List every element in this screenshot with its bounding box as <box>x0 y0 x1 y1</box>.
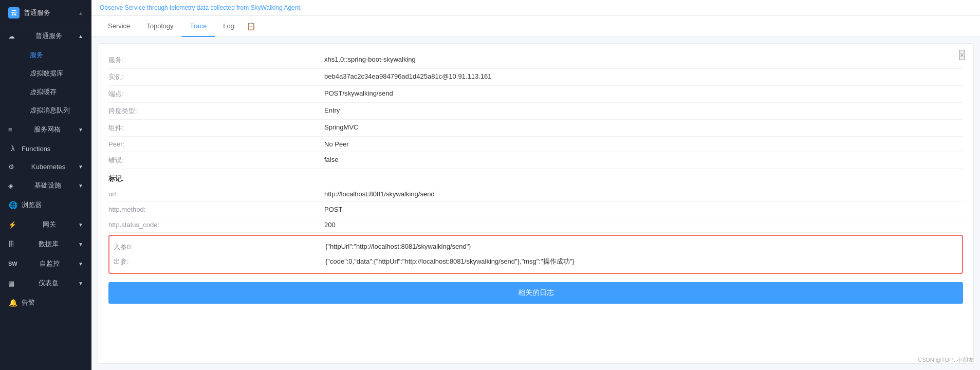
sidebar: 云 普通服务 ▲ ☁ 普通服务 ▲ 服务 虚拟数据库 虚拟缓存 虚拟消息队列 ≡… <box>0 0 91 370</box>
detail-value-endpoint: POST/skywalking/send <box>324 89 963 99</box>
detail-row-output-param: 出参: {"code":0,"data":{"httpUrl":"http://… <box>109 254 962 269</box>
gateway-icon: ⚡ <box>8 221 16 229</box>
top-notice-bar: Observe Service through telemetry data c… <box>91 0 980 16</box>
detail-value-instance: beb4a37ac2c34ea984796ad1d425a81c@10.91.1… <box>324 72 963 82</box>
service-mesh-icon: ≡ <box>8 126 12 134</box>
detail-label-input-param: 入参0: <box>109 243 325 252</box>
detail-value-http-status: 200 <box>324 221 963 229</box>
related-log-button[interactable]: 相关的日志 <box>108 282 963 304</box>
detail-value-service: xhs1.0::spring-boot-skywalking <box>324 55 963 65</box>
detail-label-span-type: 跨度类型: <box>108 106 324 116</box>
sidebar-item-database[interactable]: 🗄 数据库 ▼ <box>0 234 91 254</box>
kubernetes-chevron: ▼ <box>78 164 83 170</box>
detail-label-peer: Peer: <box>108 140 324 148</box>
self-monitor-chevron: ▼ <box>78 261 83 267</box>
tab-document[interactable]: 📋 <box>243 16 260 36</box>
sidebar-item-self-monitor[interactable]: SW 自监控 ▼ <box>0 254 91 273</box>
functions-label: Functions <box>22 145 50 153</box>
detail-value-peer: No Peer <box>324 140 963 148</box>
sidebar-item-virtual-db[interactable]: 虚拟数据库 <box>0 64 91 83</box>
browser-icon: 🌐 <box>8 201 17 209</box>
detail-label-service: 服务: <box>108 55 324 65</box>
close-button[interactable]: × <box>959 50 965 60</box>
detail-label-http-status: http.status_code: <box>108 221 324 229</box>
general-service-icon: ☁ <box>8 32 15 40</box>
database-icon: 🗄 <box>8 240 15 248</box>
sidebar-group-service-mesh[interactable]: ≡ 服务网格 ▼ <box>0 120 91 139</box>
detail-row-endpoint: 端点: POST/skywalking/send <box>108 86 963 103</box>
detail-panel: × 服务: xhs1.0::spring-boot-skywalking 实例:… <box>98 43 974 364</box>
detail-row-http-method: http.method: POST <box>108 202 963 217</box>
sidebar-item-infrastructure[interactable]: ◈ 基础设施 ▼ <box>0 176 91 195</box>
notice-link[interactable]: Observe Service through telemetry data c… <box>100 4 302 11</box>
tab-trace[interactable]: Trace <box>181 16 215 37</box>
tab-log[interactable]: Log <box>215 16 243 37</box>
detail-value-output-param: {"code":0,"data":{"httpUrl":"http://loca… <box>325 257 962 266</box>
infrastructure-icon: ◈ <box>8 182 13 190</box>
detail-value-error: false <box>324 156 963 165</box>
main-content: Observe Service through telemetry data c… <box>91 0 980 370</box>
sidebar-item-virtual-mq[interactable]: 虚拟消息队列 <box>0 101 91 120</box>
tab-topology[interactable]: Topology <box>138 16 181 37</box>
dashboard-label: 仪表盘 <box>39 279 59 288</box>
gateway-chevron: ▼ <box>78 222 83 228</box>
infrastructure-label: 基础设施 <box>34 181 61 190</box>
detail-label-instance: 实例: <box>108 72 324 82</box>
detail-row-url: url: http://localhost:8081/skywalking/se… <box>108 187 963 202</box>
self-monitor-label: 自监控 <box>40 259 60 268</box>
detail-label-endpoint: 端点: <box>108 89 324 99</box>
alert-label: 告警 <box>22 298 35 307</box>
detail-row-input-param: 入参0: {"httpUrl":"http://localhost:8081/s… <box>109 240 962 254</box>
sidebar-header: 云 普通服务 ▲ <box>0 0 91 26</box>
service-mesh-chevron: ▼ <box>78 127 83 133</box>
browser-label: 浏览器 <box>22 200 42 210</box>
sidebar-item-service[interactable]: 服务 <box>0 46 91 64</box>
detail-row-peer: Peer: No Peer <box>108 137 963 152</box>
detail-label-http-method: http.method: <box>108 206 324 213</box>
detail-value-span-type: Entry <box>324 106 963 116</box>
detail-row-component: 组件: SpringMVC <box>108 120 963 137</box>
sidebar-item-virtual-cache-label: 虚拟缓存 <box>30 87 57 97</box>
sidebar-item-functions[interactable]: λ Functions <box>0 139 91 158</box>
dashboard-chevron: ▼ <box>78 281 83 286</box>
infrastructure-chevron: ▼ <box>78 183 83 189</box>
detail-label-error: 错误: <box>108 156 324 165</box>
sidebar-item-alert[interactable]: 🔔 告警 <box>0 293 91 312</box>
kubernetes-label: Kubernetes <box>31 163 66 171</box>
detail-row-instance: 实例: beb4a37ac2c34ea984796ad1d425a81c@10.… <box>108 69 963 86</box>
sidebar-item-gateway[interactable]: ⚡ 网关 ▼ <box>0 215 91 234</box>
kubernetes-icon: ⚙ <box>8 163 14 171</box>
detail-row-error: 错误: false <box>108 152 963 169</box>
sidebar-group-general-service[interactable]: ☁ 普通服务 ▲ <box>0 26 91 46</box>
dashboard-icon: ▦ <box>8 280 14 287</box>
self-monitor-icon: SW <box>8 261 17 267</box>
functions-icon: λ <box>8 144 17 153</box>
sidebar-item-dashboard[interactable]: ▦ 仪表盘 ▼ <box>0 273 91 293</box>
highlight-params-box: 入参0: {"httpUrl":"http://localhost:8081/s… <box>108 235 963 274</box>
detail-value-http-method: POST <box>324 206 963 213</box>
tab-service[interactable]: Service <box>100 16 138 37</box>
service-mesh-label: 服务网格 <box>34 125 61 134</box>
content-area: × 服务: xhs1.0::spring-boot-skywalking 实例:… <box>91 37 980 370</box>
database-chevron: ▼ <box>78 242 83 247</box>
sidebar-item-browser[interactable]: 🌐 浏览器 <box>0 195 91 215</box>
tags-section-title: 标记. <box>108 169 963 187</box>
detail-label-component: 组件: <box>108 123 324 133</box>
detail-row-span-type: 跨度类型: Entry <box>108 103 963 120</box>
general-service-label: 普通服务 <box>35 31 62 41</box>
gateway-label: 网关 <box>43 220 56 229</box>
sidebar-logo: 云 <box>8 7 20 18</box>
general-service-chevron: ▲ <box>78 33 83 39</box>
detail-value-input-param: {"httpUrl":"http://localhost:8081/skywal… <box>325 243 962 252</box>
alert-icon: 🔔 <box>8 299 17 307</box>
detail-label-output-param: 出参: <box>109 257 325 266</box>
detail-value-component: SpringMVC <box>324 123 963 133</box>
sidebar-collapse-icon[interactable]: ▲ <box>78 10 83 16</box>
sidebar-item-kubernetes[interactable]: ⚙ Kubernetes ▼ <box>0 158 91 176</box>
sidebar-item-virtual-db-label: 虚拟数据库 <box>30 69 63 78</box>
sidebar-item-virtual-cache[interactable]: 虚拟缓存 <box>0 83 91 101</box>
sidebar-item-virtual-mq-label: 虚拟消息队列 <box>30 106 70 115</box>
detail-label-url: url: <box>108 190 324 198</box>
detail-value-url: http://localhost:8081/skywalking/send <box>324 190 963 198</box>
sidebar-item-service-label: 服务 <box>30 50 43 60</box>
